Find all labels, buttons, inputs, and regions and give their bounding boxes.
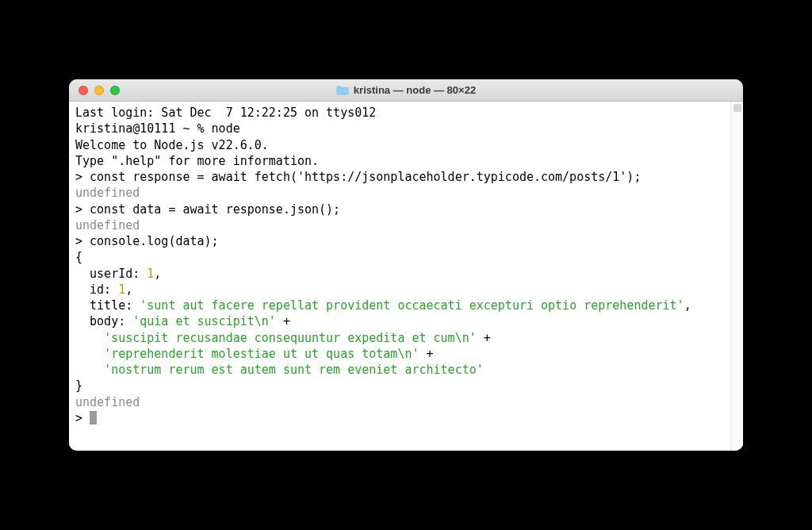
terminal-window: kristina — node — 80×22 Last login: Sat … [69,79,743,451]
node-welcome: Welcome to Node.js v22.6.0. [75,138,269,152]
repl-prompt: > [75,411,90,425]
prop-userid-val: 1 [147,267,154,281]
repl-cmd-2: const data = await response.json(); [90,202,340,217]
prop-body-seg3: 'reprehenderit molestiae ut ut quas tota… [75,347,419,361]
undefined-output: undefined [75,218,140,232]
minimize-button[interactable] [94,86,104,95]
close-button[interactable] [79,86,88,95]
repl-prompt: > [75,202,90,217]
prop-body-seg1: 'quia et suscipit\n' [132,314,276,328]
prop-body-key: body: [75,314,132,328]
prop-title-key: title: [75,298,140,313]
prop-userid-key: userId: [75,267,147,281]
traffic-lights [79,86,120,95]
object-close: } [75,378,82,393]
prop-title-val: 'sunt aut facere repellat provident occa… [140,298,684,313]
prop-id-key: id: [75,282,118,297]
terminal-output[interactable]: Last login: Sat Dec 7 12:22:25 on ttys01… [75,105,737,426]
undefined-output: undefined [75,395,140,409]
prop-body-seg4: 'nostrum rerum est autem sunt rem evenie… [75,363,484,377]
node-help-hint: Type ".help" for more information. [75,154,319,168]
folder-icon [336,86,349,95]
zoom-button[interactable] [110,86,120,95]
repl-cmd-1: const response = await fetch('https://js… [90,170,641,184]
object-open: { [75,250,82,264]
undefined-output: undefined [75,186,140,200]
scrollbar[interactable] [730,102,743,451]
repl-cmd-3: console.log(data); [90,234,219,248]
terminal-body[interactable]: Last login: Sat Dec 7 12:22:25 on ttys01… [69,102,743,451]
prop-body-seg2: 'suscipit recusandae consequuntur expedi… [75,331,477,345]
cursor [90,411,97,424]
titlebar[interactable]: kristina — node — 80×22 [69,79,743,102]
window-title-text: kristina — node — 80×22 [354,84,476,96]
repl-prompt: > [75,170,90,184]
shell-prompt-line: kristina@10111 ~ % node [75,121,240,136]
scrollbar-handle[interactable] [733,104,741,112]
prop-id-val: 1 [118,282,125,297]
window-title: kristina — node — 80×22 [79,84,733,96]
last-login-line: Last login: Sat Dec 7 12:22:25 on ttys01… [75,106,376,120]
repl-prompt: > [75,234,90,248]
